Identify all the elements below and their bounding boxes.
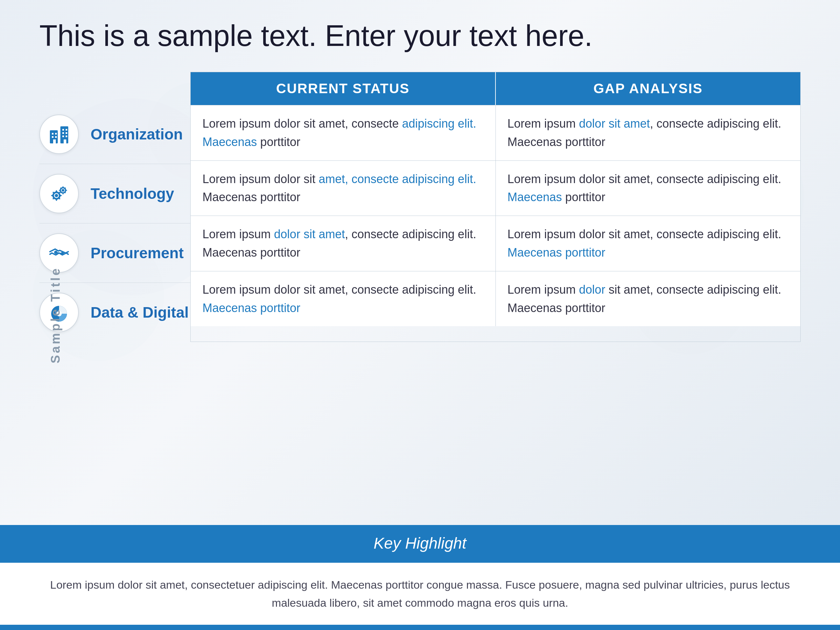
proc-status-text1: Lorem ipsum [202, 227, 274, 241]
technology-icon-circle [39, 174, 79, 213]
technology-data-row: Lorem ipsum dolor sit amet, consecte adi… [191, 161, 800, 216]
svg-rect-10 [52, 136, 54, 138]
organization-status-cell: Lorem ipsum dolor sit amet, consecte adi… [191, 105, 496, 161]
gap-analysis-table: Organization [39, 72, 801, 342]
svg-rect-12 [62, 129, 64, 131]
svg-rect-18 [53, 139, 56, 144]
procurement-icon [49, 243, 69, 264]
technology-icon [49, 183, 69, 204]
page-title: This is a sample text. Enter your text h… [0, 0, 840, 65]
org-gap-text1: Lorem ipsum [508, 117, 579, 130]
svg-rect-14 [62, 132, 64, 134]
procurement-data-row: Lorem ipsum dolor sit amet, consecte adi… [191, 216, 800, 271]
proc-status-highlight: dolor sit amet [274, 227, 345, 241]
technology-label-row: Technology [39, 164, 190, 223]
svg-rect-16 [62, 136, 64, 137]
org-status-text1: Lorem ipsum dolor sit amet, consecte [202, 117, 402, 130]
tech-gap-text1: Lorem ipsum dolor sit amet, consecte adi… [508, 172, 781, 186]
tech-gap-highlight: Maecenas [508, 190, 562, 204]
procurement-label: Procurement [90, 244, 184, 262]
data-table: CURRENT STATUS GAP ANALYSIS Lorem ipsum … [190, 72, 801, 342]
org-status-text2: porttitor [257, 135, 300, 148]
org-gap-highlight: dolor sit amet [579, 117, 650, 130]
organization-gap-cell: Lorem ipsum dolor sit amet, consecte adi… [496, 105, 801, 161]
bottom-accent-bar [0, 625, 840, 630]
organization-label-row: Organization [39, 105, 190, 164]
dd-gap-text1: Lorem ipsum [508, 283, 579, 296]
key-highlight-bar: Key Highlight [0, 525, 840, 561]
technology-label: Technology [90, 185, 174, 202]
table-header: CURRENT STATUS GAP ANALYSIS [191, 72, 800, 105]
svg-rect-15 [66, 132, 67, 134]
data-digital-gap-cell: Lorem ipsum dolor sit amet, consecte adi… [496, 272, 801, 327]
svg-point-23 [62, 189, 64, 192]
organization-label: Organization [90, 125, 183, 143]
side-label: Sample Title [49, 267, 63, 363]
procurement-status-cell: Lorem ipsum dolor sit amet, consecte adi… [191, 216, 496, 271]
tech-status-text2: Maecenas porttitor [202, 190, 300, 204]
data-digital-data-row: Lorem ipsum dolor sit amet, consecte adi… [191, 271, 800, 327]
organization-icon-circle [39, 115, 79, 154]
organization-icon [49, 124, 69, 145]
footer-text: Lorem ipsum dolor sit amet, consectetuer… [0, 561, 840, 625]
svg-point-21 [55, 194, 58, 197]
gap-analysis-header: GAP ANALYSIS [496, 72, 800, 105]
proc-gap-highlight: Maecenas porttitor [508, 246, 605, 259]
data-digital-status-cell: Lorem ipsum dolor sit amet, consecte adi… [191, 272, 496, 327]
tech-status-highlight: amet, consecte adipiscing elit. [319, 172, 476, 186]
svg-rect-8 [52, 133, 54, 134]
procurement-gap-cell: Lorem ipsum dolor sit amet, consecte adi… [496, 216, 801, 271]
organization-data-row: Lorem ipsum dolor sit amet, consecte adi… [191, 105, 800, 161]
tech-gap-text2: porttitor [562, 190, 605, 204]
dd-status-text1: Lorem ipsum dolor sit amet, consecte adi… [202, 283, 476, 296]
footer-section: Key Highlight Lorem ipsum dolor sit amet… [0, 525, 840, 630]
tech-status-text1: Lorem ipsum dolor sit [202, 172, 319, 186]
data-digital-label: Data & Digital [90, 303, 189, 321]
svg-rect-9 [55, 133, 57, 134]
svg-rect-17 [66, 136, 67, 137]
svg-rect-11 [55, 136, 57, 138]
dd-status-highlight: Maecenas porttitor [202, 301, 300, 315]
svg-rect-19 [64, 139, 66, 144]
technology-gap-cell: Lorem ipsum dolor sit amet, consecte adi… [496, 161, 801, 216]
dd-gap-highlight: dolor [579, 283, 605, 296]
svg-rect-13 [66, 129, 67, 131]
technology-status-cell: Lorem ipsum dolor sit amet, consecte adi… [191, 161, 496, 216]
current-status-header: CURRENT STATUS [191, 72, 496, 105]
proc-gap-text1: Lorem ipsum dolor sit amet, consecte adi… [508, 227, 781, 241]
